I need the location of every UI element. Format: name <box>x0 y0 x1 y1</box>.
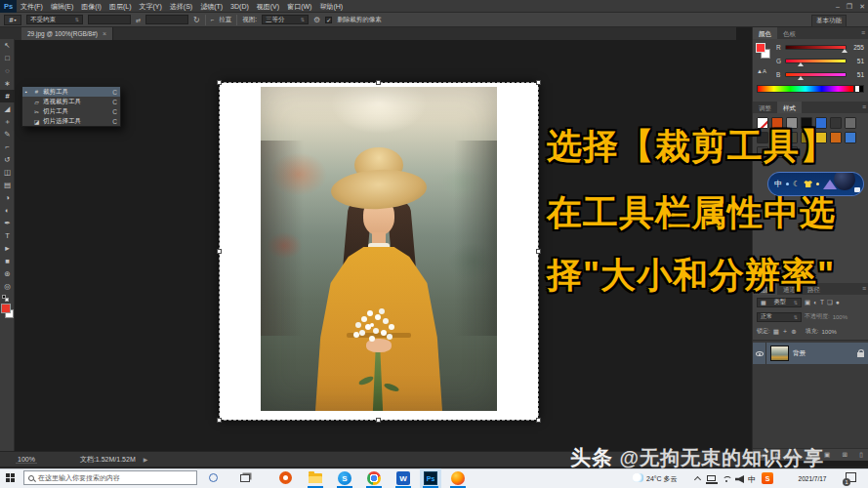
type-tool[interactable]: T <box>0 229 15 242</box>
zoom-level-field[interactable]: 100% <box>16 456 37 464</box>
panel-menu-icon[interactable]: ≡ <box>862 285 866 292</box>
tab-adjustments[interactable]: 调整 <box>753 102 777 113</box>
fill-value[interactable]: 100% <box>821 329 836 335</box>
tab-color[interactable]: 颜色 <box>753 27 777 39</box>
taskbar-date[interactable]: 2021/7/17 <box>787 475 838 482</box>
app-icon-chrome[interactable] <box>367 471 381 485</box>
r-slider[interactable] <box>785 45 847 50</box>
menu-type[interactable]: 文字(Y) <box>135 0 165 13</box>
channel-value[interactable]: 51 <box>849 58 864 64</box>
delete-cropped-pixels-checkbox[interactable]: ✓ <box>325 17 332 23</box>
crop-ratio-select[interactable]: 不受约束 ⇅ <box>26 15 83 24</box>
history-brush-tool[interactable]: ↺ <box>0 153 15 166</box>
app-icon-file-explorer[interactable] <box>309 471 322 485</box>
filter-adjustment-icon[interactable]: ◐ <box>813 299 817 305</box>
gear-icon[interactable]: ⚙ <box>313 16 320 24</box>
crop-handle-se[interactable] <box>536 418 541 423</box>
move-tool[interactable]: ↖ <box>0 39 15 52</box>
style-swatch[interactable] <box>845 132 856 143</box>
battery-icon[interactable] <box>707 475 716 481</box>
menu-image[interactable]: 图像(I) <box>77 0 105 13</box>
restore-button[interactable]: ❐ <box>847 0 852 13</box>
app-icon-firefox[interactable] <box>451 471 465 485</box>
app-icon-photoshop-active[interactable]: Ps <box>420 468 441 488</box>
straighten-label[interactable]: 拉直 <box>219 16 231 24</box>
channel-value[interactable]: 51 <box>849 71 864 78</box>
flyout-slice-select-tool[interactable]: ◪ 切片选择工具 C <box>22 116 120 126</box>
weather-widget[interactable]: 中 ☾ <box>767 172 864 196</box>
crop-height-input[interactable] <box>145 15 188 24</box>
dodge-tool[interactable]: ◐ <box>0 204 15 217</box>
opacity-value[interactable]: 100% <box>833 314 847 320</box>
shape-tool[interactable]: ■ <box>0 255 15 267</box>
lock-transparency-icon[interactable]: ▦ <box>773 328 779 336</box>
path-selection-tool[interactable]: ► <box>0 242 15 255</box>
quick-selection-tool[interactable]: ∗ <box>0 77 15 90</box>
crop-handle-e[interactable] <box>536 249 541 254</box>
flyout-perspective-crop-tool[interactable]: ▱ 透视裁剪工具 C <box>22 97 120 106</box>
gradient-tool[interactable]: ▤ <box>0 179 15 191</box>
document-canvas[interactable] <box>220 83 538 420</box>
panel-menu-icon[interactable]: ≡ <box>861 29 865 36</box>
menu-edit[interactable]: 编辑(E) <box>47 0 77 13</box>
task-view-icon[interactable] <box>240 474 250 482</box>
blend-mode-select[interactable]: 正常 ⇅ <box>757 312 802 322</box>
zoom-tool[interactable]: ◎ <box>0 280 15 293</box>
blur-tool[interactable]: ◑ <box>0 191 15 204</box>
g-slider[interactable] <box>785 59 847 63</box>
lock-all-icon[interactable]: ⊕ <box>791 328 796 336</box>
channel-value[interactable]: 255 <box>849 44 864 51</box>
slider-thumb[interactable] <box>798 62 804 66</box>
b-slider[interactable] <box>785 72 847 77</box>
crop-width-input[interactable] <box>88 15 131 24</box>
foreground-color-swatch[interactable] <box>1 304 11 313</box>
visibility-cell[interactable] <box>753 343 766 364</box>
tab-styles[interactable]: 样式 <box>777 102 802 113</box>
panel-menu-icon[interactable]: ≡ <box>862 103 866 110</box>
slider-thumb[interactable] <box>798 76 804 80</box>
swap-colors-icon[interactable] <box>5 298 9 302</box>
menu-view[interactable]: 视图(V) <box>253 0 283 13</box>
menu-select[interactable]: 选择(S) <box>166 0 196 13</box>
style-swatch[interactable] <box>845 117 856 129</box>
overlay-view-select[interactable]: 三等分 ⇅ <box>262 15 309 24</box>
layer-name[interactable]: 背景 <box>793 349 853 358</box>
action-center-icon[interactable]: 1 <box>846 472 856 482</box>
close-button[interactable]: ✕ <box>859 0 865 13</box>
menu-layer[interactable]: 图层(L) <box>105 0 136 13</box>
tray-weather-icon[interactable] <box>633 473 643 482</box>
pen-tool[interactable]: ✒ <box>0 217 15 229</box>
start-button[interactable] <box>6 473 16 483</box>
swap-dimensions-icon[interactable]: ⇄ <box>136 17 141 23</box>
straighten-icon[interactable]: ⌐ <box>211 17 215 22</box>
lock-position-icon[interactable]: ＋ <box>782 327 789 336</box>
clone-stamp-tool[interactable]: ⌐ <box>0 141 15 153</box>
eraser-tool[interactable]: ◫ <box>0 166 15 179</box>
crop-handle-s[interactable] <box>376 418 381 423</box>
wifi-icon[interactable] <box>722 475 731 482</box>
flyout-crop-tool[interactable]: ▪ # 裁剪工具 C <box>22 87 120 97</box>
filter-type-icon[interactable]: T <box>820 299 824 305</box>
workspace-switcher[interactable]: 基本功能 <box>811 15 847 27</box>
menu-file[interactable]: 文件(F) <box>17 0 47 13</box>
crop-handle-w[interactable] <box>217 249 222 254</box>
tab-swatches[interactable]: 色板 <box>777 27 802 39</box>
menu-window[interactable]: 窗口(W) <box>283 0 315 13</box>
taskbar-search-box[interactable]: 在这里输入你要搜索的内容 <box>23 470 197 485</box>
lasso-tool[interactable]: ◌ <box>0 64 15 77</box>
healing-brush-tool[interactable]: ＋ <box>0 115 15 128</box>
new-layer-icon[interactable]: ⊞ <box>842 451 847 459</box>
app-icon-office[interactable] <box>279 471 293 485</box>
layer-thumbnail[interactable] <box>770 346 789 361</box>
menu-3d[interactable]: 3D(D) <box>227 0 253 13</box>
crop-tool-preset-button[interactable]: # ▾ <box>4 15 21 25</box>
crop-handle-nw[interactable] <box>217 80 222 85</box>
clear-rotate-icon[interactable]: ↻ <box>193 16 200 24</box>
brush-tool[interactable]: ✎ <box>0 128 15 141</box>
flyout-slice-tool[interactable]: ✂ 切片工具 C <box>22 106 120 116</box>
document-tab[interactable]: 29.jpg @ 100%(RGB/8#) × <box>21 27 113 40</box>
slider-thumb[interactable] <box>842 49 847 53</box>
menu-help[interactable]: 帮助(H) <box>315 0 347 13</box>
ime-indicator[interactable]: 中 <box>748 474 756 485</box>
marquee-tool[interactable]: □ <box>0 52 15 64</box>
